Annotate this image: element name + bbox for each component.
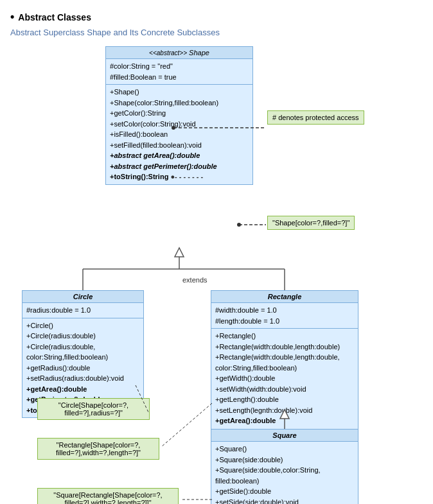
rectangle-fields-section: #width:double = 1.0 #length:double = 1.0 bbox=[211, 303, 358, 329]
circle-tostring-annotation: "Circle[Shape[color=?, filled=?],radius=… bbox=[37, 398, 150, 420]
svg-point-3 bbox=[237, 223, 241, 227]
svg-line-12 bbox=[161, 403, 212, 447]
circle-fields-section: #radius:double = 1.0 bbox=[22, 303, 143, 318]
bullet-icon: • bbox=[10, 10, 14, 24]
uml-diagram: <<abstract>> Shape #color:String = "red"… bbox=[10, 46, 421, 504]
shape-methods-section: +Shape() +Shape(color:String,filled:bool… bbox=[106, 85, 252, 184]
svg-marker-8 bbox=[175, 248, 184, 257]
square-class-title: Square bbox=[211, 430, 358, 442]
shape-class-box: <<abstract>> Shape #color:String = "red"… bbox=[105, 46, 253, 185]
shape-class-title: <<abstract>> Shape bbox=[106, 47, 252, 59]
shape-field-1: #color:String = "red" bbox=[110, 61, 249, 72]
subtitle: Abstract Superclass Shape and Its Concre… bbox=[10, 28, 423, 37]
square-tostring-annotation: "Square[Rectangle[Shape[color=?, filled=… bbox=[37, 488, 179, 504]
page-title: • Abstract Classes bbox=[10, 10, 423, 24]
extends-label: extends bbox=[182, 276, 208, 284]
rectangle-class-title: Rectangle bbox=[211, 291, 358, 303]
shape-fields-section: #color:String = "red" #filled:Boolean = … bbox=[106, 59, 252, 85]
rectangle-tostring-annotation: "Rectangle[Shape[color=?, filled=?],widt… bbox=[37, 438, 159, 460]
square-methods-section: +Square() +Square(side:double) +Square(s… bbox=[211, 442, 358, 504]
protected-annotation: # denotes protected access bbox=[267, 110, 364, 125]
circle-class-title: Circle bbox=[22, 291, 143, 303]
shape-field-2: #filled:Boolean = true bbox=[110, 72, 249, 83]
rectangle-class-box: Rectangle #width:double = 1.0 #length:do… bbox=[211, 290, 358, 450]
shape-tostring-annotation: "Shape[color=?,filled=?]" bbox=[267, 216, 355, 230]
square-class-box: Square +Square() +Square(side:double) +S… bbox=[211, 429, 358, 504]
